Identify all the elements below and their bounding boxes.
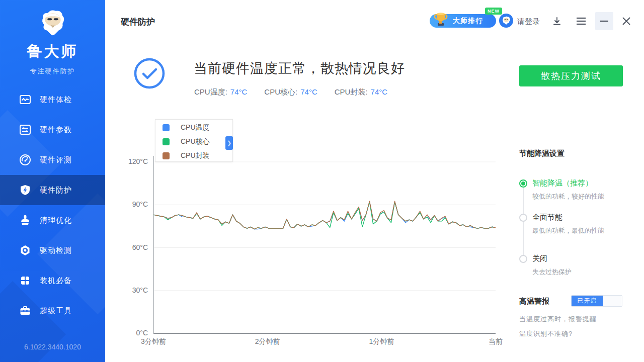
hamburger-menu-icon — [576, 17, 586, 25]
app-window: 鲁大师 专注硬件防护 硬件体检 硬件参数 硬件评测 — [0, 0, 644, 362]
app-name: 鲁大师 — [0, 41, 105, 62]
metric-value: 74°C — [371, 87, 388, 97]
sidebar-item-benchmark[interactable]: 硬件评测 — [0, 145, 105, 175]
option-smart-cooling: 智能降温（推荐） 较低的功耗，较好的性能 — [519, 178, 604, 201]
y-axis-labels: 120°C90°C60°C30°C0°C — [121, 156, 150, 337]
series-line-CPU核心 — [153, 202, 496, 229]
app-logo: 鲁大师 专注硬件防护 — [0, 0, 105, 76]
option-full-powersave: 全面节能 最低的功耗，最低的性能 — [519, 213, 604, 235]
close-button[interactable] — [617, 12, 635, 30]
speedometer-icon — [19, 153, 32, 166]
minimize-button[interactable] — [595, 12, 613, 30]
status-title: 当前硬件温度正常，散热情况良好 — [194, 59, 405, 77]
metric-cpu-temp: CPU温度: 74°C — [194, 87, 247, 97]
sidebar-item-cleanup[interactable]: 清理优化 — [0, 205, 105, 235]
master-ranking-label: 大师排行 — [453, 17, 483, 26]
toolbox-icon — [19, 304, 32, 317]
y-axis-tick: 120°C — [121, 157, 148, 165]
chart-legend: CPU温度 CPU核心 CPU封装 ❯ — [155, 119, 233, 162]
option-desc: 较低的功耗，较好的性能 — [532, 192, 604, 201]
option-desc: 最低的功耗，最低的性能 — [532, 226, 604, 235]
alarm-toggle[interactable]: 已开启 — [571, 295, 622, 307]
minimize-icon — [600, 20, 609, 22]
app-logo-icon — [37, 7, 68, 38]
settings-title: 节能降温设置 — [519, 149, 565, 158]
temp-inaccurate-link[interactable]: 温度识别不准确? — [519, 329, 573, 338]
radio-full-powersave[interactable] — [519, 214, 527, 222]
four-petals-icon — [19, 274, 32, 287]
metric-label: CPU温度: — [194, 87, 227, 97]
radio-smart-cooling[interactable] — [519, 179, 527, 188]
option-label[interactable]: 全面节能 — [532, 213, 604, 222]
sidebar-item-hardware-check[interactable]: 硬件体检 — [0, 84, 105, 115]
cpu-metrics: CPU温度: 74°C CPU核心: 74°C CPU封装: 74°C — [194, 87, 387, 97]
sidebar: 鲁大师 专注硬件防护 硬件体检 硬件参数 硬件评测 — [0, 0, 105, 362]
sidebar-item-super-tools[interactable]: 超级工具 — [0, 296, 105, 326]
parameters-list-icon — [19, 123, 32, 136]
sidebar-item-label: 硬件防护 — [40, 186, 72, 195]
legend-swatch-brown — [163, 152, 170, 159]
legend-swatch-green — [163, 138, 170, 145]
x-axis-tick: 2分钟前 — [255, 337, 280, 346]
new-badge: NEW — [485, 8, 502, 15]
metric-value: 74°C — [230, 87, 248, 97]
y-axis-tick: 30°C — [121, 286, 148, 294]
page-title: 硬件防护 — [121, 16, 155, 28]
metric-label: CPU封装: — [335, 87, 368, 97]
app-tagline: 专注硬件防护 — [0, 67, 105, 76]
legend-item-cpu-package[interactable]: CPU封装 — [155, 149, 232, 162]
x-axis-labels: 3分钟前2分钟前1分钟前当前 — [153, 337, 496, 347]
download-icon — [552, 17, 561, 26]
user-avatar-icon[interactable] — [499, 14, 513, 28]
sidebar-item-essential-apps[interactable]: 装机必备 — [0, 265, 105, 296]
x-axis-tick: 3分钟前 — [141, 337, 166, 346]
topbar: 硬件防护 大师排行 NEW 请登录 — [105, 0, 644, 42]
high-temp-alarm-title: 高温警报 — [519, 297, 549, 306]
legend-item-cpu-core[interactable]: CPU核心 — [155, 135, 232, 148]
legend-label: CPU温度 — [181, 123, 210, 132]
y-axis-tick: 60°C — [121, 243, 148, 251]
status-ok-icon — [133, 57, 166, 89]
alarm-description: 当温度过高时，报警提醒 — [519, 315, 597, 324]
metric-label: CPU核心: — [264, 87, 297, 97]
metric-value: 74°C — [300, 87, 317, 97]
download-button[interactable] — [548, 12, 566, 30]
sidebar-item-hardware-params[interactable]: 硬件参数 — [0, 115, 105, 145]
gear-nut-icon — [19, 244, 32, 257]
sidebar-item-label: 清理优化 — [40, 216, 72, 225]
option-label[interactable]: 智能降温（推荐） — [532, 178, 604, 188]
chart-canvas — [153, 156, 496, 334]
option-off: 关闭 失去过热保护 — [519, 254, 572, 277]
option-desc: 失去过热保护 — [532, 267, 572, 277]
heat-stress-test-button[interactable]: 散热压力测试 — [519, 65, 623, 86]
legend-swatch-blue — [163, 124, 170, 131]
app-version: 6.1022.3440.1020 — [0, 343, 105, 351]
cleaner-brush-icon — [19, 214, 32, 227]
sidebar-item-label: 驱动检测 — [40, 246, 72, 255]
close-icon — [622, 17, 630, 25]
legend-label: CPU封装 — [181, 151, 210, 160]
y-axis-tick: 90°C — [121, 200, 148, 208]
metric-cpu-core: CPU核心: 74°C — [264, 87, 317, 97]
sidebar-item-label: 硬件参数 — [40, 125, 72, 135]
master-ranking-button[interactable]: 大师排行 NEW — [430, 14, 496, 28]
pulse-monitor-icon — [19, 93, 32, 106]
legend-label: CPU核心 — [181, 137, 210, 146]
sidebar-item-hardware-protection[interactable]: 硬件防护 — [0, 175, 105, 205]
temperature-chart — [153, 156, 496, 334]
sidebar-item-label: 超级工具 — [40, 306, 72, 316]
menu-button[interactable] — [572, 12, 590, 30]
sidebar-nav: 硬件体检 硬件参数 硬件评测 硬件防护 — [0, 84, 105, 326]
option-label[interactable]: 关闭 — [532, 254, 572, 263]
chevron-right-icon: ❯ — [227, 140, 231, 146]
legend-item-cpu-temp[interactable]: CPU温度 — [155, 121, 232, 134]
legend-expand-button[interactable]: ❯ — [225, 136, 233, 150]
login-link[interactable]: 请登录 — [517, 17, 540, 27]
sidebar-item-label: 装机必备 — [40, 276, 72, 286]
alarm-toggle-state: 已开启 — [572, 296, 603, 306]
x-axis-tick: 1分钟前 — [369, 337, 394, 346]
sidebar-item-driver-check[interactable]: 驱动检测 — [0, 235, 105, 265]
sidebar-item-label: 硬件体检 — [40, 95, 72, 105]
shield-bolt-icon — [19, 184, 32, 197]
radio-off[interactable] — [519, 255, 527, 263]
